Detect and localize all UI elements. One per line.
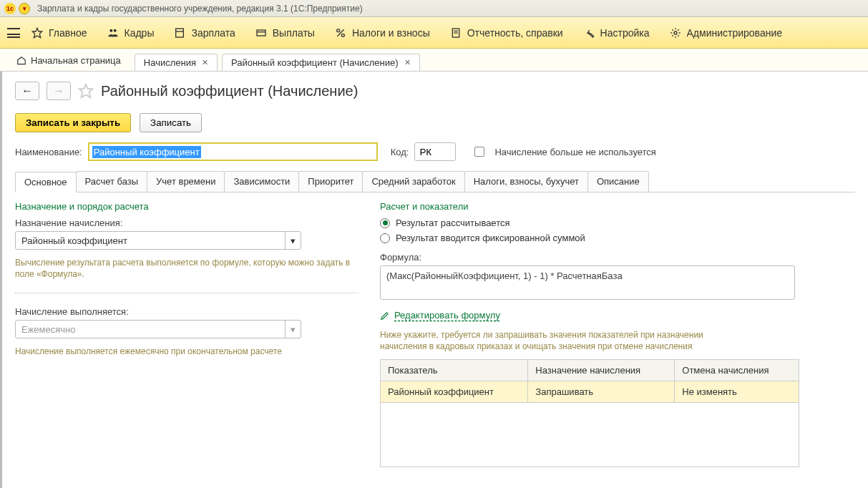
- close-icon[interactable]: ✕: [202, 58, 208, 67]
- menu-main[interactable]: Главное: [31, 27, 87, 39]
- cell-indicator: Районный коэффициент: [381, 381, 528, 403]
- document-tabs: Начальная страница Начисления ✕ Районный…: [0, 49, 868, 72]
- menu-label: Главное: [49, 27, 87, 39]
- menu-label: Налоги и взносы: [352, 27, 430, 39]
- table-row-empty: [381, 403, 799, 467]
- unused-checkbox[interactable]: [474, 147, 484, 157]
- star-icon: [31, 27, 43, 39]
- svg-point-13: [674, 31, 677, 34]
- favorite-icon[interactable]: [78, 83, 94, 99]
- tab-base[interactable]: Расчет базы: [76, 171, 148, 192]
- inner-tabs: Основное Расчет базы Учет времени Зависи…: [15, 171, 855, 192]
- tab-label: Начисления: [144, 57, 196, 68]
- dropdown-icon[interactable]: ▾: [19, 3, 30, 14]
- name-input[interactable]: Районный коэффициент: [88, 142, 378, 161]
- th-assign: Назначение начисления: [528, 360, 675, 381]
- radio-label: Результат вводится фиксированной суммой: [396, 233, 585, 243]
- doc-icon: [450, 27, 462, 39]
- menu-label: Настройка: [600, 27, 650, 39]
- menu-label: Администрирование: [687, 27, 783, 39]
- radio-calculated[interactable]: Результат рассчитывается: [380, 218, 855, 228]
- gear-icon: [670, 27, 681, 39]
- radio-icon: [380, 233, 390, 243]
- tab-accruals[interactable]: Начисления ✕: [135, 54, 218, 71]
- app-logo-icon: 1с: [4, 3, 16, 14]
- svg-point-1: [109, 29, 112, 31]
- formula-box[interactable]: (Макс(РайонныйКоэффициент, 1) - 1) * Рас…: [380, 265, 795, 300]
- cell-assign: Запрашивать: [528, 381, 675, 403]
- people-icon: [107, 27, 119, 39]
- save-button[interactable]: Записать: [140, 113, 202, 132]
- tab-main[interactable]: Основное: [15, 172, 77, 192]
- group-purpose: Назначение и порядок расчета: [15, 201, 359, 212]
- wallet-icon: [255, 27, 267, 39]
- period-combo[interactable]: Ежемесячно ▾: [15, 320, 301, 338]
- save-and-close-button[interactable]: Записать и закрыть: [15, 113, 131, 132]
- menu-nastroika[interactable]: Настройка: [583, 27, 650, 39]
- menu-vyplaty[interactable]: Выплаты: [255, 27, 315, 39]
- unused-label: Начисление больше не используется: [494, 147, 655, 157]
- svg-point-9: [341, 34, 344, 36]
- code-input[interactable]: [414, 142, 456, 161]
- cell-cancel: Не изменять: [675, 381, 799, 403]
- edit-formula-label: Редактировать формулу: [394, 310, 500, 321]
- menu-admin[interactable]: Администрирование: [670, 27, 783, 39]
- main-menu: Главное Кадры Зарплата Выплаты Налоги и …: [0, 17, 868, 49]
- svg-rect-3: [176, 29, 184, 37]
- radio-label: Результат рассчитывается: [396, 218, 510, 228]
- period-label: Начисление выполняется:: [15, 306, 359, 317]
- name-label: Наименование:: [15, 147, 82, 157]
- svg-point-8: [337, 29, 340, 31]
- edit-formula-link[interactable]: Редактировать формулу: [380, 310, 855, 321]
- page-title: Районный коэффициент (Начисление): [101, 83, 358, 99]
- chevron-down-icon: ▾: [285, 232, 301, 249]
- tab-desc[interactable]: Описание: [587, 171, 649, 192]
- code-label: Код:: [391, 147, 409, 157]
- tab-avg[interactable]: Средний заработок: [362, 171, 464, 192]
- tab-deps[interactable]: Зависимости: [224, 171, 299, 192]
- chevron-down-icon: ▾: [285, 321, 301, 338]
- page-body: ← → Районный коэффициент (Начисление) За…: [0, 72, 868, 488]
- hamburger-icon[interactable]: [7, 28, 20, 38]
- menu-kadry[interactable]: Кадры: [107, 27, 155, 39]
- menu-label: Отчетность, справки: [467, 27, 563, 39]
- svg-rect-5: [257, 30, 265, 36]
- menu-label: Кадры: [125, 27, 155, 39]
- right-column: Расчет и показатели Результат рассчитыва…: [380, 201, 855, 467]
- menu-otchet[interactable]: Отчетность, справки: [450, 27, 563, 39]
- table-row[interactable]: Районный коэффициент Запрашивать Не изме…: [381, 381, 799, 403]
- tab-label: Районный коэффициент (Начисление): [231, 57, 399, 68]
- menu-nalogi[interactable]: Налоги и взносы: [335, 27, 430, 39]
- calc-icon: [174, 27, 185, 39]
- radio-icon: [380, 218, 390, 228]
- tab-tax[interactable]: Налоги, взносы, бухучет: [464, 171, 588, 192]
- forward-button[interactable]: →: [47, 82, 71, 100]
- name-input-value: Районный коэффициент: [92, 146, 201, 158]
- page-header: ← → Районный коэффициент (Начисление): [15, 82, 855, 100]
- period-help: Начисление выполняется ежемесячно при ок…: [15, 346, 359, 357]
- group-calc: Расчет и показатели: [380, 201, 855, 212]
- tab-home[interactable]: Начальная страница: [7, 50, 130, 71]
- pencil-icon: [380, 311, 390, 321]
- th-indicator: Показатель: [381, 360, 528, 381]
- back-button[interactable]: ←: [15, 82, 39, 100]
- separator: [15, 293, 359, 293]
- radio-fixed[interactable]: Результат вводится фиксированной суммой: [380, 233, 855, 243]
- svg-marker-0: [32, 28, 42, 37]
- window-title: Зарплата и кадры государственного учрежд…: [37, 4, 363, 14]
- svg-point-2: [113, 29, 116, 31]
- tab-label: Начальная страница: [31, 55, 121, 66]
- indicators-note: Ниже укажите, требуется ли запрашивать з…: [380, 329, 723, 352]
- tab-time[interactable]: Учет времени: [147, 171, 225, 192]
- assign-label: Назначение начисления:: [15, 218, 359, 228]
- assign-combo[interactable]: Районный коэффициент ▾: [15, 231, 301, 250]
- home-icon: [16, 56, 26, 66]
- indicators-table: Показатель Назначение начисления Отмена …: [380, 359, 799, 467]
- tab-priority[interactable]: Приоритет: [298, 171, 363, 192]
- wrench-icon: [583, 27, 595, 39]
- menu-zarplata[interactable]: Зарплата: [174, 27, 235, 39]
- left-column: Назначение и порядок расчета Назначение …: [15, 201, 359, 467]
- tab-coefficient[interactable]: Районный коэффициент (Начисление) ✕: [222, 54, 420, 71]
- close-icon[interactable]: ✕: [404, 58, 411, 67]
- th-cancel: Отмена начисления: [675, 360, 799, 381]
